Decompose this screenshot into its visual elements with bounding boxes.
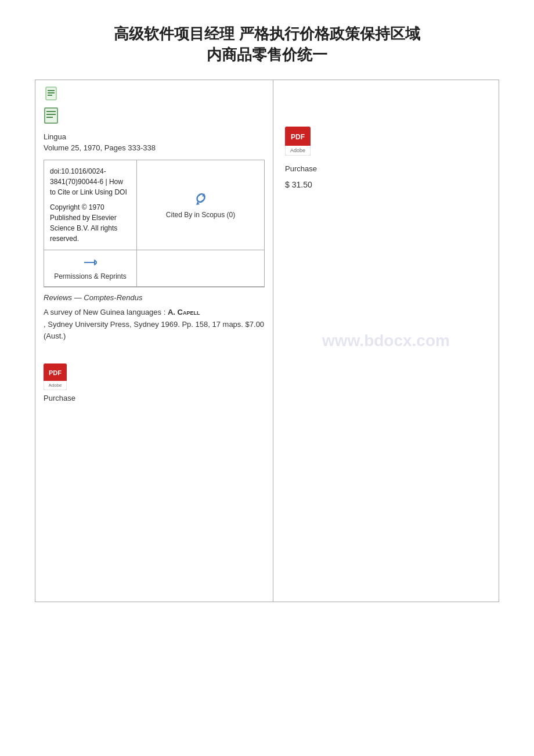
svg-rect-6 (46, 114, 56, 115)
review-line1: A survey of New Guinea languages : (44, 308, 165, 316)
page-wrapper: 高级软件项目经理 严格执行价格政策保持区域 内商品零售价统一 (0, 0, 534, 625)
journal-info: Lingua Volume 25, 1970, Pages 333-338 (35, 129, 273, 160)
review-section: Reviews — Comptes-Rendus A survey of New… (35, 287, 273, 358)
svg-text:PDF: PDF (291, 133, 305, 141)
svg-rect-5 (46, 111, 56, 112)
svg-rect-1 (48, 90, 55, 91)
svg-rect-19 (285, 144, 311, 146)
svg-rect-4 (45, 108, 57, 123)
svg-rect-3 (48, 95, 52, 96)
svg-rect-7 (46, 117, 53, 118)
permissions-label: Permissions & Reprints (54, 272, 127, 280)
right-purchase-label[interactable]: Purchase (285, 164, 317, 173)
journal-name: Lingua (44, 131, 265, 143)
right-content: PDF Adobe Purchase $ 31.50 (285, 92, 487, 189)
right-column: www.bdocx.com PDF Adobe Purchase $ 31.50 (273, 80, 499, 602)
cited-by-label[interactable]: Cited By in Scopus (0) (166, 211, 235, 219)
bottom-purchase-label[interactable]: Purchase (44, 394, 273, 402)
copyright-text: Copyright © 1970 Published by Elsevier S… (50, 202, 131, 244)
doc-icon-large-wrapper (35, 107, 273, 129)
svg-rect-14 (44, 379, 67, 381)
svg-rect-2 (48, 92, 55, 93)
review-section-title: Reviews — Comptes-Rendus (44, 293, 265, 302)
journal-volume: Volume 25, 1970, Pages 333-338 (44, 142, 265, 154)
review-author: A. Capell (168, 308, 200, 316)
cited-by-cell: Cited By in Scopus (0) (137, 160, 264, 250)
review-details: A survey of New Guinea languages : A. Ca… (44, 307, 265, 343)
permissions-row: Permissions & Reprints (44, 250, 264, 286)
doi-text: doi:10.1016/0024-3841(70)90044-6 | How t… (50, 166, 131, 197)
svg-marker-10 (86, 260, 97, 265)
doi-cell: doi:10.1016/0024-3841(70)90044-6 | How t… (44, 160, 137, 250)
left-column: Lingua Volume 25, 1970, Pages 333-338 do… (35, 80, 273, 602)
page-title: 高级软件项目经理 严格执行价格政策保持区域 内商品零售价统一 (35, 23, 499, 66)
pdf-icon-bottom[interactable]: PDF Adobe (44, 363, 67, 390)
permissions-right-cell (137, 250, 264, 286)
inner-table: doi:10.1016/0024-3841(70)90044-6 | How t… (44, 160, 265, 287)
svg-text:PDF: PDF (49, 369, 62, 376)
svg-text:Adobe: Adobe (48, 383, 62, 388)
pdf-icon-right[interactable]: PDF Adobe (285, 127, 311, 156)
watermark: www.bdocx.com (322, 332, 450, 350)
bottom-pdf-wrapper: PDF Adobe (44, 363, 273, 390)
inner-table-top-row: doi:10.1016/0024-3841(70)90044-6 | How t… (44, 160, 264, 250)
svg-text:Adobe: Adobe (290, 147, 305, 153)
permissions-arrow-icon (84, 256, 97, 269)
right-price: $ 31.50 (285, 180, 312, 189)
doc-icons-area (35, 80, 273, 107)
right-pdf-wrapper: PDF Adobe (285, 127, 311, 157)
review-extra: , Sydney University Press, Sydney 1969. … (44, 320, 264, 341)
permissions-cell[interactable]: Permissions & Reprints (44, 250, 137, 286)
doc-icon-small (44, 86, 265, 105)
main-box: Lingua Volume 25, 1970, Pages 333-338 do… (35, 80, 499, 602)
cited-by-icon (193, 191, 209, 207)
